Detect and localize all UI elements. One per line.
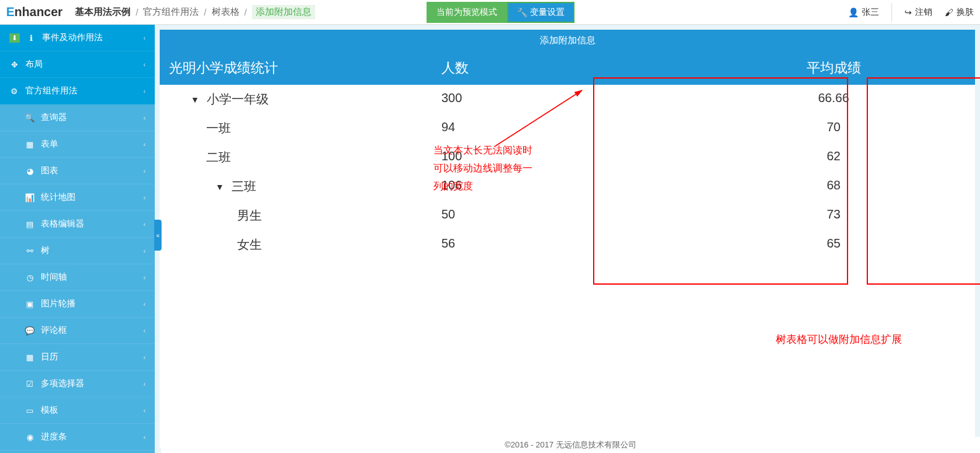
caret-down-icon[interactable]: ▼ [215, 182, 227, 192]
menu-icon: ▣ [25, 300, 35, 309]
sidebar-label: 图片轮播 [41, 298, 76, 309]
sidebar-item-1[interactable]: ✥布局‹ [0, 51, 155, 78]
wrench-icon: 🔧 [517, 7, 527, 17]
sidebar-label: 时间轴 [41, 272, 67, 283]
sidebar-item-13[interactable]: ☑多项选择器‹ [0, 371, 155, 397]
count-cell: 106 [432, 172, 692, 201]
sidebar-item-8[interactable]: ⚯树‹ [0, 238, 155, 264]
user-icon: 👤 [848, 7, 859, 17]
menu-icon: ▦ [25, 353, 35, 362]
sidebar-collapse-handle[interactable]: « [154, 220, 162, 251]
sidebar-label: 表单 [41, 139, 58, 150]
chevron-left-icon: ‹ [144, 434, 145, 441]
menu-icon: 🔍 [25, 113, 35, 123]
main-panel: 添加附加信息 光明小学成绩统计人数平均成绩▼小学一年级30066.66一班947… [155, 25, 980, 453]
menu-icon: ▦ [25, 140, 35, 149]
table-header-2[interactable]: 平均成绩 [692, 51, 975, 85]
menu-icon: ☑ [25, 379, 35, 389]
tree-cell[interactable]: 男生 [160, 201, 432, 230]
table-header-1[interactable]: 人数 [432, 51, 692, 85]
sidebar-item-9[interactable]: ◷时间轴‹ [0, 264, 155, 291]
caret-down-icon[interactable]: ▼ [191, 95, 202, 105]
logout-button[interactable]: ↪ 注销 [904, 7, 932, 18]
sidebar-item-3[interactable]: 🔍查询器‹ [0, 105, 155, 131]
chevron-left-icon: ‹ [144, 274, 145, 281]
sidebar-item-5[interactable]: ◕图表‹ [0, 158, 155, 184]
tree-label: 小学一年级 [207, 91, 269, 108]
sidebar-item-10[interactable]: ▣图片轮播‹ [0, 291, 155, 317]
logout-icon: ↪ [904, 7, 912, 17]
avg-cell: 70 [692, 114, 975, 143]
panel-title: 添加附加信息 [160, 30, 975, 51]
menu-icon: ✥ [9, 60, 19, 69]
tree-cell[interactable]: 二班 [160, 143, 432, 172]
sidebar-item-6[interactable]: 📊统计地图‹ [0, 184, 155, 211]
menu-icon: ⚙ [9, 87, 19, 96]
menu-icon: 📊 [25, 193, 35, 202]
tree-cell[interactable]: ▼三班 [160, 172, 432, 201]
sidebar-label: 模板 [41, 405, 58, 416]
menu-icon: ◕ [25, 166, 35, 176]
sidebar-item-14[interactable]: ▭模板‹ [0, 397, 155, 424]
chevron-left-icon: ‹ [144, 141, 145, 148]
breadcrumb-root[interactable]: 基本用法示例 [75, 6, 131, 18]
sidebar-label: 布局 [25, 59, 43, 70]
chevron-left-icon: ‹ [144, 221, 145, 228]
chevron-left-icon: ‹ [144, 407, 145, 414]
sidebar-label: 图表 [41, 165, 58, 176]
count-cell: 100 [432, 143, 692, 172]
chevron-left-icon: ‹ [144, 354, 145, 361]
sidebar-label: 日历 [41, 352, 58, 363]
count-cell: 300 [432, 85, 692, 114]
sidebar-label: 进度条 [41, 431, 67, 442]
sidebar-item-16[interactable]: ⇅树表格‹ [0, 451, 155, 453]
sidebar-item-11[interactable]: 💬评论框‹ [0, 317, 155, 344]
tree-label: 一班 [206, 120, 231, 137]
count-cell: 94 [432, 114, 692, 143]
breadcrumb-item-1[interactable]: 官方组件用法 [143, 6, 199, 18]
chevron-left-icon: ‹ [144, 61, 145, 68]
chevron-left-icon: ‹ [144, 88, 145, 95]
menu-icon: ▤ [25, 220, 35, 229]
sidebar-item-12[interactable]: ▦日历‹ [0, 344, 155, 371]
sidebar-item-7[interactable]: ▤表格编辑器‹ [0, 211, 155, 238]
skin-button[interactable]: 🖌 换肤 [945, 7, 974, 18]
panel-body: 光明小学成绩统计人数平均成绩▼小学一年级30066.66一班9470二班1006… [160, 51, 975, 448]
sidebar-item-15[interactable]: ◉进度条‹ [0, 424, 155, 451]
tree-label: 男生 [237, 207, 262, 224]
sidebar-item-0[interactable]: ⬇ℹ事件及动作用法‹ [0, 25, 155, 51]
table-header-0[interactable]: 光明小学成绩统计 [160, 51, 432, 85]
avg-cell: 65 [692, 230, 975, 259]
tree-cell[interactable]: 女生 [160, 230, 432, 259]
avg-cell: 66.66 [692, 85, 975, 114]
sidebar-label: 查询器 [41, 112, 67, 123]
chevron-left-icon: ‹ [144, 35, 145, 41]
count-cell: 50 [432, 201, 692, 230]
badge-icon: ⬇ [9, 33, 20, 43]
tree-cell[interactable]: ▼小学一年级 [160, 85, 432, 114]
sidebar-label: 统计地图 [41, 192, 76, 203]
chevron-left-icon: ‹ [144, 248, 145, 254]
sidebar-item-4[interactable]: ▦表单‹ [0, 131, 155, 158]
breadcrumb-item-2[interactable]: 树表格 [212, 6, 240, 18]
chevron-left-icon: ‹ [144, 301, 145, 308]
menu-icon: 💬 [25, 326, 35, 335]
menu-icon: ◷ [25, 273, 35, 282]
footer: ©2016 - 2017 无远信息技术有限公司 [161, 437, 980, 453]
chevron-left-icon: ‹ [144, 194, 145, 201]
sidebar-label: 表格编辑器 [41, 218, 84, 230]
menu-icon: ◉ [25, 433, 35, 442]
sidebar-item-2[interactable]: ⚙官方组件用法‹ [0, 78, 155, 105]
breadcrumb: 基本用法示例 / 官方组件用法 / 树表格 / 添加附加信息 [75, 5, 315, 19]
logo: Enhancer [6, 5, 63, 19]
variable-settings-button[interactable]: 🔧 变量设置 [507, 2, 575, 23]
topbar: Enhancer 基本用法示例 / 官方组件用法 / 树表格 / 添加附加信息 … [0, 0, 980, 25]
chevron-left-icon: ‹ [144, 327, 145, 334]
avg-cell: 62 [692, 143, 975, 172]
tree-cell[interactable]: 一班 [160, 114, 432, 143]
user-menu[interactable]: 👤 张三 [848, 7, 879, 18]
sidebar-label: 多项选择器 [41, 378, 84, 389]
sidebar-label: 事件及动作用法 [42, 32, 103, 43]
avg-cell: 73 [692, 201, 975, 230]
sidebar-label: 官方组件用法 [25, 85, 77, 97]
